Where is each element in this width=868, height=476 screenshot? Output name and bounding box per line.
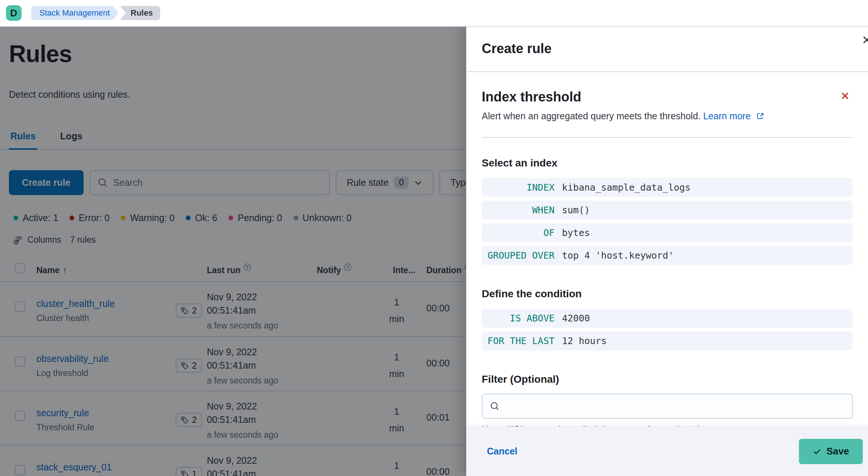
user-avatar[interactable]: D	[6, 5, 22, 21]
flyout-header: Create rule ✕	[466, 27, 868, 72]
search-icon	[490, 401, 500, 411]
kibana-header: D Stack Management Rules	[0, 0, 868, 27]
condition-heading: Define the condition	[482, 288, 853, 300]
rule-type-header: Index threshold ✕	[482, 89, 853, 105]
learn-more-link[interactable]: Learn more	[703, 111, 751, 121]
threshold-expression[interactable]: IS ABOVE 42000	[482, 309, 853, 328]
breadcrumb-stack-management[interactable]: Stack Management	[31, 6, 113, 20]
flyout-body: Index threshold ✕ Alert when an aggregat…	[466, 73, 868, 427]
grouped-over-expression[interactable]: GROUPED OVER top 4 'host.keyword'	[482, 246, 853, 265]
kql-filter-input[interactable]	[505, 401, 845, 412]
flyout-title: Create rule	[482, 41, 552, 56]
breadcrumb-rules: Rules	[120, 6, 160, 20]
create-rule-flyout: Create rule ✕ Index threshold ✕ Alert wh…	[466, 27, 868, 476]
save-button[interactable]: Save	[799, 439, 863, 464]
rule-type-description: Alert when an aggregated query meets the…	[482, 111, 853, 122]
select-index-heading: Select an index	[482, 157, 853, 169]
divider	[482, 137, 853, 138]
when-expression[interactable]: WHEN sum()	[482, 201, 853, 220]
filter-heading: Filter (Optional)	[482, 373, 853, 385]
index-expression[interactable]: INDEX kibana_sample_data_logs	[482, 178, 853, 197]
close-icon[interactable]: ✕	[862, 34, 868, 46]
external-link-icon	[756, 111, 764, 122]
index-expression-group: INDEX kibana_sample_data_logs WHEN sum()…	[482, 178, 853, 265]
kql-filter-box[interactable]	[482, 394, 853, 419]
remove-rule-type-icon[interactable]: ✕	[841, 91, 850, 102]
check-icon	[813, 447, 822, 456]
condition-expression-group: IS ABOVE 42000 FOR THE LAST 12 hours	[482, 309, 853, 350]
time-window-expression[interactable]: FOR THE LAST 12 hours	[482, 331, 853, 350]
flyout-footer: Cancel Save	[466, 427, 868, 476]
cancel-button[interactable]: Cancel	[487, 446, 517, 457]
breadcrumb: Stack Management Rules	[31, 6, 160, 20]
filter-help-text: Use a KQL expression to limit the scope …	[482, 424, 853, 427]
of-expression[interactable]: OF bytes	[482, 223, 853, 242]
rule-type-title: Index threshold	[482, 89, 581, 105]
